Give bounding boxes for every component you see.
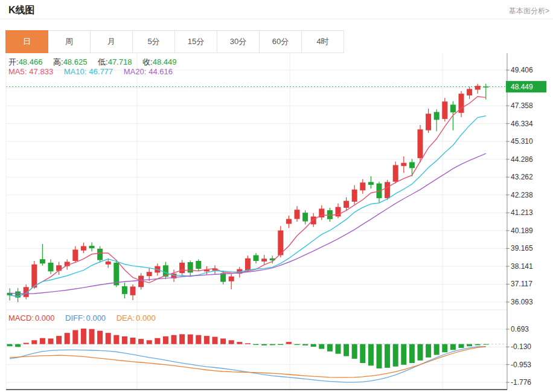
price-tick-label: 45.310 bbox=[511, 137, 533, 146]
ma20-label: MA20: bbox=[124, 67, 147, 76]
macd-tick-label: -0.953 bbox=[511, 361, 531, 369]
dea-value: 0.000 bbox=[136, 313, 156, 323]
macd-hist-bar bbox=[254, 344, 259, 345]
macd-readout: MACD:0.000 DIFF:0.000 DEA:0.000 bbox=[8, 313, 156, 323]
candle-body bbox=[360, 182, 365, 190]
price-tick-label: 47.358 bbox=[511, 101, 533, 110]
macd-hist-bar bbox=[196, 335, 201, 344]
candle-body bbox=[426, 114, 431, 130]
price-tick-label: 38.141 bbox=[511, 262, 533, 271]
candle-body bbox=[450, 104, 456, 112]
macd-hist-bar bbox=[467, 344, 472, 347]
macd-hist-bar bbox=[229, 340, 234, 344]
macd-tick-label: -0.130 bbox=[511, 342, 531, 351]
high-value: 48.625 bbox=[63, 57, 88, 66]
macd-hist-bar bbox=[204, 336, 209, 344]
macd-hist-bar bbox=[122, 336, 127, 344]
candle-body bbox=[261, 259, 267, 262]
macd-hist-bar bbox=[72, 330, 78, 344]
candle-body bbox=[254, 255, 259, 261]
candle-body bbox=[401, 163, 406, 166]
macd-hist-bar bbox=[377, 344, 382, 368]
macd-hist-bar bbox=[155, 338, 160, 344]
macd-hist-bar bbox=[179, 334, 185, 344]
macd-hist-bar bbox=[327, 344, 333, 352]
ma10-label: MA10: bbox=[64, 67, 87, 76]
candle-body bbox=[302, 213, 308, 221]
macd-hist-bar bbox=[483, 344, 488, 345]
macd-hist-bar bbox=[245, 343, 251, 344]
macd-hist-bar bbox=[344, 344, 349, 356]
price-tick-label: 36.093 bbox=[511, 298, 533, 306]
ma20-line bbox=[10, 153, 486, 294]
candle-body bbox=[188, 262, 193, 272]
candle-body bbox=[368, 182, 374, 185]
macd-hist-bar bbox=[450, 344, 456, 350]
candle-body bbox=[81, 246, 86, 250]
candle-body bbox=[352, 190, 357, 202]
macd-hist-bar bbox=[418, 344, 423, 361]
current-price-badge-label: 48.449 bbox=[511, 83, 533, 91]
candle-body bbox=[130, 286, 136, 295]
macd-hist-bar bbox=[130, 338, 136, 344]
candle-body bbox=[31, 265, 37, 288]
tab-daily[interactable]: 日 bbox=[5, 30, 48, 53]
macd-hist-bar bbox=[352, 344, 357, 359]
macd-hist-bar bbox=[409, 344, 415, 363]
candle-body bbox=[434, 112, 440, 120]
kline-page: K线图 基本面分析> 日 周 月 5分 15分 30分 60分 4时 49.40… bbox=[0, 0, 553, 392]
macd-hist-bar bbox=[89, 329, 95, 344]
candle-body bbox=[442, 101, 447, 119]
ma10-value: 46.777 bbox=[89, 67, 113, 76]
macd-hist-bar bbox=[24, 343, 29, 344]
candle-body bbox=[295, 210, 300, 219]
candle-body bbox=[122, 286, 127, 294]
ma20-value: 44.616 bbox=[149, 67, 173, 76]
macd-tick-label: 0.693 bbox=[511, 325, 529, 333]
macd-hist-bar bbox=[147, 340, 152, 344]
candle-body bbox=[40, 259, 45, 263]
low-label: 低: bbox=[98, 57, 108, 66]
macd-tick-label: -1.776 bbox=[511, 378, 531, 387]
macd-hist-bar bbox=[311, 344, 316, 347]
macd-hist-bar bbox=[295, 344, 300, 345]
candle-body bbox=[483, 86, 488, 88]
macd-hist-bar bbox=[360, 344, 365, 363]
macd-hist-bar bbox=[40, 338, 45, 344]
macd-hist-bar bbox=[220, 338, 226, 344]
candle-body bbox=[385, 182, 390, 198]
macd-hist-bar bbox=[163, 336, 168, 344]
diff-label: DIFF: bbox=[65, 313, 85, 323]
macd-hist-bar bbox=[302, 344, 308, 345]
macd-hist-bar bbox=[106, 333, 111, 344]
macd-hist-bar bbox=[31, 340, 37, 344]
ma5-label: MA5: bbox=[8, 67, 27, 76]
macd-hist-bar bbox=[261, 344, 267, 345]
macd-hist-bar bbox=[426, 344, 431, 358]
close-label: 收: bbox=[142, 57, 153, 66]
candle-body bbox=[89, 246, 95, 248]
candle-body bbox=[344, 201, 349, 208]
macd-value: 0.000 bbox=[35, 313, 55, 323]
macd-hist-bar bbox=[286, 342, 292, 344]
macd-hist-bar bbox=[385, 344, 390, 368]
candle-body bbox=[286, 219, 292, 224]
macd-hist-bar bbox=[7, 344, 13, 347]
macd-hist-bar bbox=[459, 344, 464, 348]
candle-body bbox=[229, 277, 234, 281]
macd-hist-bar bbox=[434, 344, 440, 355]
ohlc-readout: 开:48.466 高:48.625 低:47.718 收:48.449 bbox=[8, 57, 176, 68]
price-tick-label: 42.238 bbox=[511, 191, 533, 199]
macd-hist-bar bbox=[138, 339, 144, 344]
macd-hist-bar bbox=[270, 344, 275, 345]
macd-hist-bar bbox=[81, 329, 86, 344]
macd-hist-bar bbox=[237, 342, 242, 344]
close-value: 48.449 bbox=[153, 57, 177, 66]
candle-body bbox=[418, 129, 423, 158]
price-tick-label: 43.262 bbox=[511, 173, 533, 181]
macd-hist-bar bbox=[65, 333, 70, 344]
price-tick-label: 39.165 bbox=[511, 244, 533, 252]
macd-hist-bar bbox=[368, 344, 374, 366]
price-tick-label: 49.406 bbox=[511, 66, 533, 74]
candle-body bbox=[48, 263, 54, 271]
